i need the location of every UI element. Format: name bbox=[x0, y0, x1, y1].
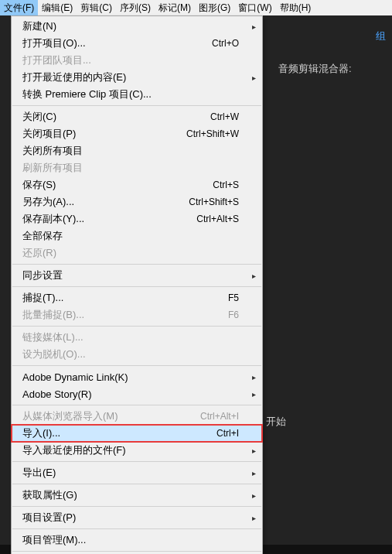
menu-item-label: 导入(I)... bbox=[22, 426, 216, 440]
menu-item[interactable]: 全部保存 bbox=[12, 227, 262, 245]
menu-item[interactable]: Adobe Dynamic Link(K) bbox=[12, 368, 262, 385]
menu-separator bbox=[12, 365, 261, 366]
menu-item-label: 刷新所有项目 bbox=[22, 161, 244, 175]
menu-item-label: 获取属性(G) bbox=[22, 488, 244, 502]
menu-separator bbox=[12, 405, 261, 405]
menubar-item[interactable]: 帮助(H) bbox=[276, 0, 315, 16]
menu-item: 从媒体浏览器导入(M)Ctrl+Alt+I bbox=[12, 408, 262, 425]
menu-item[interactable]: 打开最近使用的内容(E) bbox=[12, 69, 262, 86]
menu-item-label: 打开团队项目... bbox=[22, 53, 244, 67]
menu-separator bbox=[12, 484, 261, 484]
right-panel: 组 音频剪辑混合器: 开始 bbox=[263, 15, 392, 554]
menu-item-label: Adobe Story(R) bbox=[22, 388, 244, 400]
menu-item-label: 保存(S) bbox=[22, 178, 213, 192]
menu-item-label: 转换 Premiere Clip 项目(C)... bbox=[22, 87, 244, 101]
menu-item-label: 捕捉(T)... bbox=[22, 291, 228, 305]
menu-item[interactable]: 打开项目(O)...Ctrl+O bbox=[12, 35, 262, 52]
menu-item[interactable]: 项目设置(P) bbox=[12, 509, 262, 526]
start-label: 开始 bbox=[266, 415, 286, 429]
menu-item-shortcut: Ctrl+W bbox=[210, 111, 244, 122]
menu-item-label: 从媒体浏览器导入(M) bbox=[22, 409, 200, 423]
audio-mixer-label: 音频剪辑混合器: bbox=[278, 62, 352, 76]
menu-item-label: 还原(R) bbox=[22, 246, 244, 260]
file-menu-dropdown: 新建(N)打开项目(O)...Ctrl+O打开团队项目...打开最近使用的内容(… bbox=[11, 15, 263, 554]
menu-separator bbox=[12, 264, 261, 265]
menu-item-label: Adobe Dynamic Link(K) bbox=[22, 371, 244, 383]
menu-item-label: 另存为(A)... bbox=[22, 195, 189, 209]
menu-item[interactable]: 导入最近使用的文件(F) bbox=[12, 442, 262, 459]
menu-item[interactable]: 关闭所有项目 bbox=[12, 142, 262, 159]
menu-item-shortcut: Ctrl+Shift+S bbox=[189, 197, 244, 207]
menu-item: 刷新所有项目 bbox=[12, 159, 262, 176]
menu-item[interactable]: 同步设置 bbox=[12, 267, 262, 284]
panel-tab[interactable]: 组 bbox=[376, 29, 386, 43]
menu-item-label: 同步设置 bbox=[22, 268, 244, 282]
menu-item-label: 关闭项目(P) bbox=[22, 127, 186, 141]
menu-separator bbox=[12, 528, 261, 529]
menu-item[interactable]: 捕捉(T)...F5 bbox=[12, 289, 262, 306]
menu-item[interactable]: 关闭(C)Ctrl+W bbox=[12, 108, 262, 125]
menu-item-label: 项目管理(M)... bbox=[22, 533, 244, 547]
menu-item-label: 打开最近使用的内容(E) bbox=[22, 70, 244, 84]
menu-item[interactable]: 新建(N) bbox=[12, 18, 262, 35]
menubar-item[interactable]: 图形(G) bbox=[195, 0, 234, 16]
menubar-item[interactable]: 序列(S) bbox=[116, 0, 155, 16]
menu-item-label: 导出(E) bbox=[22, 466, 244, 480]
menu-item-shortcut: F5 bbox=[228, 292, 244, 303]
menu-item[interactable]: Adobe Story(R) bbox=[12, 385, 262, 402]
menu-item[interactable]: 保存(S)Ctrl+S bbox=[12, 176, 262, 193]
menu-item[interactable]: 获取属性(G) bbox=[12, 487, 262, 504]
menu-item-label: 保存副本(Y)... bbox=[22, 212, 196, 226]
menu-item-label: 链接媒体(L)... bbox=[22, 330, 244, 344]
menubar-item[interactable]: 剪辑(C) bbox=[77, 0, 116, 16]
menubar-item[interactable]: 标记(M) bbox=[155, 0, 195, 16]
menu-item[interactable]: 关闭项目(P)Ctrl+Shift+W bbox=[12, 125, 262, 142]
menu-item-label: 新建(N) bbox=[22, 19, 244, 33]
menu-item-shortcut: Ctrl+Alt+I bbox=[200, 411, 244, 422]
menu-item: 链接媒体(L)... bbox=[12, 329, 262, 346]
menu-item-label: 关闭所有项目 bbox=[22, 144, 244, 158]
menu-item-shortcut: F6 bbox=[228, 309, 244, 320]
menu-item-label: 导入最近使用的文件(F) bbox=[22, 443, 244, 457]
menu-item-label: 全部保存 bbox=[22, 229, 244, 243]
menu-separator bbox=[12, 461, 261, 462]
menubar-item[interactable]: 窗口(W) bbox=[234, 0, 275, 16]
menu-item[interactable]: 保存副本(Y)...Ctrl+Alt+S bbox=[12, 210, 262, 227]
menu-item-label: 设为脱机(O)... bbox=[22, 347, 244, 361]
menu-item-shortcut: Ctrl+I bbox=[216, 428, 244, 439]
menu-item-label: 批量捕捉(B)... bbox=[22, 308, 228, 322]
menu-item: 打开团队项目... bbox=[12, 52, 262, 69]
menu-separator bbox=[12, 286, 261, 287]
menu-item[interactable]: 转换 Premiere Clip 项目(C)... bbox=[12, 86, 262, 103]
menu-separator bbox=[12, 105, 261, 106]
menu-item[interactable]: 另存为(A)...Ctrl+Shift+S bbox=[12, 193, 262, 210]
menubar-item[interactable]: 文件(F) bbox=[0, 0, 38, 16]
menu-separator bbox=[12, 326, 261, 327]
menu-separator bbox=[12, 551, 261, 552]
menu-item-shortcut: Ctrl+S bbox=[213, 180, 244, 190]
menu-item[interactable]: 导入(I)...Ctrl+I bbox=[12, 425, 262, 442]
menu-item: 批量捕捉(B)...F6 bbox=[12, 306, 262, 323]
menu-item-shortcut: Ctrl+Alt+S bbox=[196, 214, 244, 224]
menu-item: 设为脱机(O)... bbox=[12, 346, 262, 363]
menu-item-label: 关闭(C) bbox=[22, 110, 210, 124]
menu-item-shortcut: Ctrl+O bbox=[212, 38, 244, 49]
menu-item[interactable]: 导出(E) bbox=[12, 464, 262, 481]
menu-item-label: 项目设置(P) bbox=[22, 511, 244, 525]
menu-item: 还原(R) bbox=[12, 245, 262, 262]
menu-separator bbox=[12, 506, 261, 507]
menu-item-shortcut: Ctrl+Shift+W bbox=[186, 128, 244, 139]
menu-item-label: 打开项目(O)... bbox=[22, 36, 212, 50]
menubar: 文件(F)编辑(E)剪辑(C)序列(S)标记(M)图形(G)窗口(W)帮助(H) bbox=[0, 0, 392, 15]
menu-item[interactable]: 项目管理(M)... bbox=[12, 532, 262, 549]
menubar-item[interactable]: 编辑(E) bbox=[38, 0, 77, 16]
